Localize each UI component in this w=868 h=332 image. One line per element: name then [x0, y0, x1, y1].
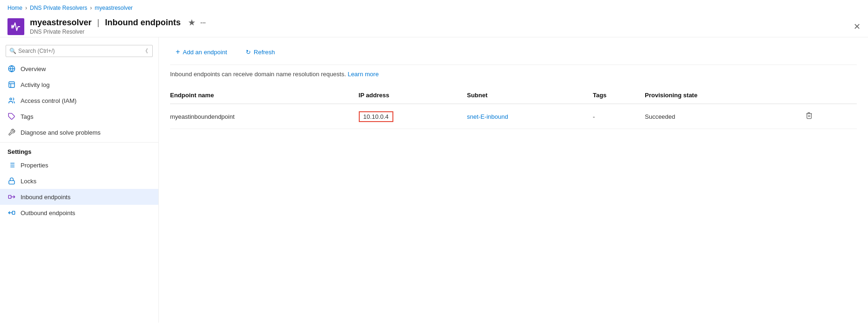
endpoint-name-cell: myeastinboundendpoint: [170, 104, 359, 129]
globe-icon: [7, 65, 16, 73]
favorite-icon[interactable]: ★: [188, 18, 195, 27]
col-endpoint-name: Endpoint name: [170, 87, 359, 104]
col-ip-address: IP address: [359, 87, 467, 104]
svg-rect-14: [9, 180, 14, 184]
table-container: Endpoint name IP address Subnet Tags Pro…: [170, 87, 857, 129]
sidebar-item-tags-label: Tags: [21, 113, 33, 120]
add-endpoint-button[interactable]: + Add an endpoint: [170, 45, 233, 59]
sidebar-item-diagnose-label: Diagnose and solve problems: [21, 129, 100, 136]
sidebar-collapse-icon[interactable]: 《: [140, 46, 151, 56]
ip-address-cell: 10.10.0.4: [359, 104, 467, 129]
sidebar-item-locks-label: Locks: [21, 178, 36, 185]
sidebar-item-outbound[interactable]: Outbound endpoints: [0, 205, 158, 221]
sidebar-search-container: 🔍 《: [0, 41, 158, 61]
learn-more-link[interactable]: Learn more: [348, 71, 378, 78]
main-content: + Add an endpoint ↻ Refresh Inbound endp…: [159, 37, 868, 323]
sidebar: 🔍 《 Overview Activity log: [0, 37, 159, 323]
sidebar-item-iam-label: Access control (IAM): [21, 97, 77, 104]
breadcrumb: Home › DNS Private Resolvers › myeastres…: [0, 0, 868, 14]
sidebar-item-inbound[interactable]: Inbound endpoints: [0, 189, 158, 205]
wrench-icon: [7, 128, 16, 137]
sidebar-item-diagnose[interactable]: Diagnose and solve problems: [0, 124, 158, 140]
svg-point-6: [10, 98, 12, 100]
table-header-row: Endpoint name IP address Subnet Tags Pro…: [170, 87, 857, 104]
lock-icon: [7, 177, 16, 185]
tags-cell: -: [593, 104, 645, 129]
sidebar-item-access-control[interactable]: Access control (IAM): [0, 93, 158, 108]
sidebar-item-overview[interactable]: Overview: [0, 61, 158, 77]
search-input[interactable]: [6, 45, 153, 57]
header-actions: ✕: [844, 22, 861, 32]
more-options-icon[interactable]: ···: [200, 19, 206, 27]
bars-icon: [7, 161, 16, 169]
close-icon[interactable]: ✕: [854, 22, 861, 32]
resource-subtitle: DNS Private Resolver: [30, 29, 844, 35]
svg-rect-0: [11, 25, 14, 28]
sidebar-item-inbound-label: Inbound endpoints: [21, 194, 71, 201]
activity-icon: [7, 80, 16, 89]
sidebar-item-activity-log[interactable]: Activity log: [0, 77, 158, 93]
endpoints-table: Endpoint name IP address Subnet Tags Pro…: [170, 87, 857, 129]
sidebar-item-overview-label: Overview: [21, 65, 46, 72]
col-subnet: Subnet: [467, 87, 593, 104]
sidebar-item-outbound-label: Outbound endpoints: [21, 209, 75, 217]
col-tags: Tags: [593, 87, 645, 104]
page-header: myeastresolver | Inbound endpoints ★ ···…: [0, 14, 868, 37]
refresh-button[interactable]: ↻ Refresh: [240, 46, 281, 58]
sidebar-item-properties[interactable]: Properties: [0, 157, 158, 173]
toolbar: + Add an endpoint ↻ Refresh: [170, 45, 857, 65]
table-row: myeastinboundendpoint 10.10.0.4 snet-E-i…: [170, 104, 857, 129]
sidebar-item-properties-label: Properties: [21, 162, 48, 169]
breadcrumb-dns-resolvers[interactable]: DNS Private Resolvers: [30, 5, 87, 11]
info-bar: Inbound endpoints can receive domain nam…: [170, 65, 857, 83]
svg-rect-17: [12, 211, 14, 215]
refresh-label: Refresh: [254, 49, 275, 56]
search-icon: 🔍: [9, 48, 16, 54]
ip-value: 10.10.0.4: [359, 111, 393, 122]
settings-section-label: Settings: [0, 142, 158, 157]
info-text: Inbound endpoints can receive domain nam…: [170, 71, 346, 78]
outbound-icon: [7, 209, 16, 217]
header-titles: myeastresolver | Inbound endpoints ★ ···…: [30, 18, 844, 35]
breadcrumb-resource[interactable]: myeastresolver: [95, 5, 133, 11]
svg-rect-3: [9, 82, 14, 87]
page-title: myeastresolver | Inbound endpoints ★ ···: [30, 18, 844, 28]
col-actions: [802, 87, 857, 104]
subnet-link[interactable]: snet-E-inbound: [467, 113, 508, 120]
inbound-icon: [7, 193, 16, 201]
col-provisioning-state: Provisioning state: [645, 87, 801, 104]
people-icon: [7, 96, 16, 105]
svg-rect-15: [8, 195, 11, 199]
sidebar-item-activity-label: Activity log: [21, 81, 50, 88]
resource-icon: [7, 18, 24, 35]
layout: 🔍 《 Overview Activity log: [0, 37, 868, 323]
sidebar-item-tags[interactable]: Tags: [0, 108, 158, 124]
actions-cell: [802, 104, 857, 129]
add-endpoint-label: Add an endpoint: [183, 49, 227, 56]
add-icon: +: [176, 48, 180, 56]
refresh-icon: ↻: [246, 49, 251, 56]
delete-button[interactable]: [802, 110, 817, 123]
sidebar-item-locks[interactable]: Locks: [0, 173, 158, 189]
subnet-cell: snet-E-inbound: [467, 104, 593, 129]
breadcrumb-home[interactable]: Home: [7, 5, 22, 11]
state-cell: Succeeded: [645, 104, 801, 129]
tag-icon: [7, 112, 16, 121]
